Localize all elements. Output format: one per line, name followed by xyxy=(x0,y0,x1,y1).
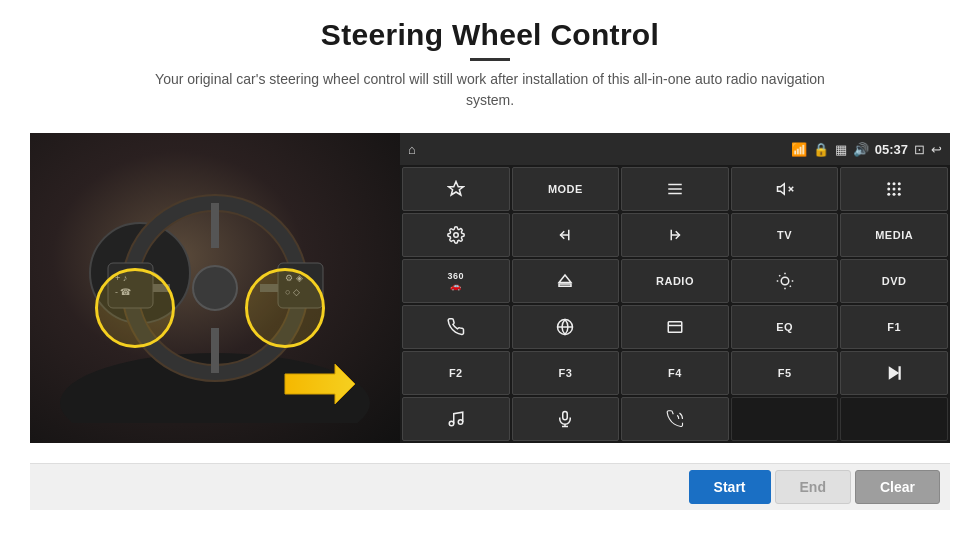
playpause-btn[interactable] xyxy=(840,351,948,395)
screen-icon: ⊡ xyxy=(914,142,925,157)
radio-btn[interactable]: RADIO xyxy=(621,259,729,303)
f1-btn[interactable]: F1 xyxy=(840,305,948,349)
status-time: 05:37 xyxy=(875,142,908,157)
window-btn[interactable] xyxy=(621,305,729,349)
phone-vol-btn[interactable] xyxy=(621,397,729,441)
svg-rect-49 xyxy=(899,366,901,380)
mic-btn[interactable] xyxy=(512,397,620,441)
brightness-btn[interactable] xyxy=(731,259,839,303)
svg-point-22 xyxy=(887,182,890,185)
buttons-grid: MODE TV xyxy=(400,165,950,443)
svg-marker-36 xyxy=(559,275,571,283)
control-panel: ⌂ 📶 🔒 ▦ 🔊 05:37 ⊡ ↩ MODE xyxy=(400,133,950,443)
page-title: Steering Wheel Control xyxy=(140,18,840,52)
svg-point-23 xyxy=(893,182,896,185)
svg-point-28 xyxy=(887,193,890,196)
media-btn[interactable]: MEDIA xyxy=(840,213,948,257)
phone-btn[interactable] xyxy=(402,305,510,349)
title-section: Steering Wheel Control Your original car… xyxy=(140,18,840,125)
start-button[interactable]: Start xyxy=(689,470,771,504)
menu-btn[interactable] xyxy=(621,167,729,211)
status-bar: ⌂ 📶 🔒 ▦ 🔊 05:37 ⊡ ↩ xyxy=(400,133,950,165)
svg-line-41 xyxy=(779,275,780,276)
f3-btn[interactable]: F3 xyxy=(512,351,620,395)
bluetooth-icon: 🔊 xyxy=(853,142,869,157)
svg-point-31 xyxy=(454,233,459,238)
svg-rect-46 xyxy=(668,322,682,333)
tv-btn[interactable]: TV xyxy=(731,213,839,257)
title-divider xyxy=(470,58,510,61)
svg-point-30 xyxy=(898,193,901,196)
steering-wheel-container: + ♪ - ☎ ⚙ ◈ ○ ◇ xyxy=(60,153,370,423)
empty-btn-1 xyxy=(731,397,839,441)
back-icon: ↩ xyxy=(931,142,942,157)
apps-btn[interactable] xyxy=(840,167,948,211)
internet-btn[interactable] xyxy=(512,305,620,349)
lock-icon: 🔒 xyxy=(813,142,829,157)
content-row: + ♪ - ☎ ⚙ ◈ ○ ◇ xyxy=(30,133,950,463)
sim-icon: ▦ xyxy=(835,142,847,157)
status-left: ⌂ xyxy=(408,142,416,157)
svg-point-29 xyxy=(893,193,896,196)
status-right: 📶 🔒 ▦ 🔊 05:37 ⊡ ↩ xyxy=(791,142,942,157)
prev-btn[interactable] xyxy=(512,213,620,257)
music-btn[interactable] xyxy=(402,397,510,441)
page-subtitle: Your original car's steering wheel contr… xyxy=(140,69,840,111)
nav-btn[interactable] xyxy=(402,167,510,211)
svg-rect-52 xyxy=(563,412,568,420)
car-image-panel: + ♪ - ☎ ⚙ ◈ ○ ◇ xyxy=(30,133,400,443)
empty-btn-2 xyxy=(840,397,948,441)
next-btn[interactable] xyxy=(621,213,729,257)
settings-btn[interactable] xyxy=(402,213,510,257)
wifi-icon: 📶 xyxy=(791,142,807,157)
svg-point-26 xyxy=(893,188,896,191)
svg-point-27 xyxy=(898,188,901,191)
cam360-btn[interactable]: 360🚗 xyxy=(402,259,510,303)
clear-button[interactable]: Clear xyxy=(855,470,940,504)
svg-point-51 xyxy=(458,420,463,425)
home-icon: ⌂ xyxy=(408,142,416,157)
arrow-indicator xyxy=(280,354,360,418)
f5-btn[interactable]: F5 xyxy=(731,351,839,395)
highlight-circle-right xyxy=(245,268,325,348)
svg-point-24 xyxy=(898,182,901,185)
vol-mute-btn[interactable] xyxy=(731,167,839,211)
svg-point-25 xyxy=(887,188,890,191)
svg-point-9 xyxy=(193,266,237,310)
highlight-circle-left xyxy=(95,268,175,348)
svg-line-42 xyxy=(789,286,790,287)
mode-btn[interactable]: MODE xyxy=(512,167,620,211)
f4-btn[interactable]: F4 xyxy=(621,351,729,395)
svg-marker-19 xyxy=(777,184,784,195)
eject-btn[interactable] xyxy=(512,259,620,303)
svg-point-38 xyxy=(781,277,789,285)
svg-rect-37 xyxy=(559,284,571,286)
dvd-btn[interactable]: DVD xyxy=(840,259,948,303)
svg-point-50 xyxy=(449,421,454,426)
f2-btn[interactable]: F2 xyxy=(402,351,510,395)
eq-btn[interactable]: EQ xyxy=(731,305,839,349)
svg-marker-48 xyxy=(889,366,900,380)
end-button[interactable]: End xyxy=(775,470,851,504)
bottom-bar: Start End Clear xyxy=(30,463,950,510)
